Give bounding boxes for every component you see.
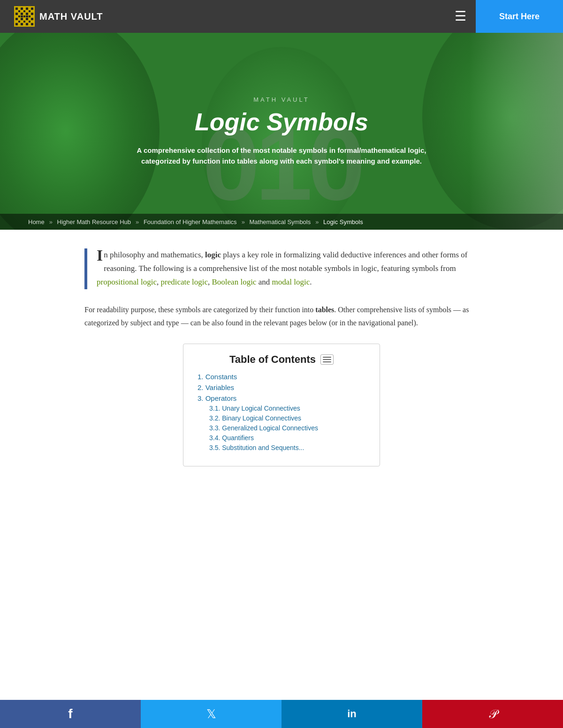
table-of-contents: Table of Contents 1. Constants 2. Variab… (183, 344, 380, 466)
facebook-icon: f (68, 706, 72, 721)
hero-overlay: MATH VAULT Logic Symbols A comprehensive… (0, 33, 563, 230)
breadcrumb-math-symbols[interactable]: Mathematical Symbols (249, 218, 311, 225)
link-predicate-logic[interactable]: predicate logic (160, 278, 208, 286)
breadcrumb-foundation[interactable]: Foundation of Higher Mathematics (144, 218, 237, 225)
logo[interactable]: MATH VAULT (14, 6, 103, 27)
toc-link-binary[interactable]: 3.2. Binary Logical Connectives (209, 414, 301, 422)
breadcrumb-resource-hub[interactable]: Higher Math Resource Hub (57, 218, 131, 225)
toc-icon-line-3 (323, 361, 331, 362)
toc-link-constants[interactable]: 1. Constants (198, 373, 237, 381)
toc-sublist-operators: 3.1. Unary Logical Connectives 3.2. Bina… (198, 404, 365, 451)
nav-right: ☰ Start Here (455, 0, 549, 33)
linkedin-icon: in (347, 708, 357, 720)
breadcrumb-sep-1: » (49, 218, 54, 225)
toc-item-binary: 3.2. Binary Logical Connectives (209, 414, 365, 422)
linkedin-button[interactable]: in (282, 700, 422, 728)
breadcrumb-sep-2: » (136, 218, 141, 225)
breadcrumb-sep-4: » (315, 218, 320, 225)
link-modal-logic[interactable]: modal logic (272, 278, 310, 286)
breadcrumb-sep-3: » (242, 218, 247, 225)
breadcrumb-current: Logic Symbols (323, 218, 363, 225)
toc-item-substitution: 3.5. Substitution and Sequents... (209, 443, 365, 451)
toc-link-substitution[interactable]: 3.5. Substitution and Sequents... (209, 444, 304, 451)
toc-link-operators[interactable]: 3. Operators (198, 394, 236, 402)
breadcrumb-home[interactable]: Home (28, 218, 45, 225)
body-text-bold-tables: tables (315, 306, 334, 314)
toc-list: 1. Constants 2. Variables 3. Operators 3… (198, 373, 365, 451)
intro-text-before: n philosophy and mathematics, logic play… (97, 250, 467, 286)
toc-link-generalized[interactable]: 3.3. Generalized Logical Connectives (209, 424, 318, 432)
menu-button[interactable]: ☰ (455, 10, 466, 23)
toc-link-quantifiers[interactable]: 3.4. Quantifiers (209, 434, 254, 442)
intro-block: In philosophy and mathematics, logic pla… (84, 248, 479, 289)
breadcrumb-bar: Home » Higher Math Resource Hub » Founda… (0, 214, 563, 230)
intro-drop-cap: I (97, 248, 103, 263)
toc-link-unary[interactable]: 3.1. Unary Logical Connectives (209, 405, 300, 412)
body-text: For readability purpose, these symbols a… (84, 303, 479, 330)
toc-link-variables[interactable]: 2. Variables (198, 383, 234, 391)
twitter-icon: 𝕏 (206, 707, 216, 721)
logo-text: MATH VAULT (39, 11, 103, 22)
pinterest-button[interactable]: 𝒫 (422, 700, 563, 728)
hero-description: A comprehensive collection of the most n… (122, 145, 441, 166)
toc-title: Table of Contents (229, 353, 316, 366)
toc-header: Table of Contents (198, 353, 365, 366)
toc-icon-line-2 (323, 359, 331, 360)
twitter-button[interactable]: 𝕏 (141, 700, 282, 728)
toc-icon-line-1 (323, 357, 331, 358)
start-here-button[interactable]: Start Here (476, 0, 563, 33)
intro-bar (84, 248, 87, 289)
hero-section: 010 MATH VAULT Logic Symbols A comprehen… (0, 33, 563, 230)
facebook-button[interactable]: f (0, 700, 141, 728)
toc-item-generalized: 3.3. Generalized Logical Connectives (209, 424, 365, 432)
toc-item-unary: 3.1. Unary Logical Connectives (209, 404, 365, 412)
navigation: MATH VAULT ☰ Start Here (0, 0, 563, 33)
hero-title: Logic Symbols (195, 108, 368, 136)
main-content: In philosophy and mathematics, logic pla… (70, 230, 493, 527)
toc-item-operators: 3. Operators 3.1. Unary Logical Connecti… (198, 394, 365, 451)
social-bar: f 𝕏 in 𝒫 (0, 700, 563, 728)
link-propositional-logic[interactable]: propositional logic (97, 278, 157, 286)
pinterest-icon: 𝒫 (488, 707, 497, 721)
toc-toggle-button[interactable] (320, 354, 334, 365)
intro-text: In philosophy and mathematics, logic pla… (97, 248, 479, 289)
logo-qr-icon (14, 6, 35, 27)
toc-item-variables: 2. Variables (198, 383, 365, 391)
hero-site-name: MATH VAULT (253, 96, 309, 103)
intro-bold-logic: logic (205, 250, 221, 259)
link-boolean-logic[interactable]: Boolean logic (212, 278, 257, 286)
toc-item-constants: 1. Constants (198, 373, 365, 381)
toc-item-quantifiers: 3.4. Quantifiers (209, 434, 365, 442)
